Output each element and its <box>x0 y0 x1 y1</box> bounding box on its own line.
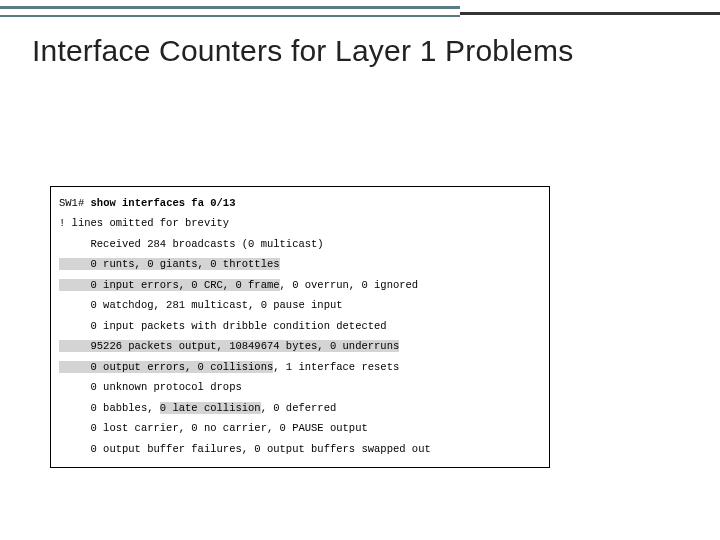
rule-left <box>0 6 460 17</box>
cli-omitted-note: ! lines omitted for brevity <box>59 213 541 233</box>
text-babbles-post: , 0 deferred <box>261 402 337 414</box>
cli-line-input-errors: 0 input errors, 0 CRC, 0 frame, 0 overru… <box>59 275 541 295</box>
highlight-late-collision: 0 late collision <box>160 402 261 414</box>
cli-output-box: SW1# show interfaces fa 0/13! lines omit… <box>50 186 550 468</box>
cli-prompt: SW1# <box>59 197 84 209</box>
decorative-top-rule <box>0 6 720 18</box>
cli-line-packets-output: 95226 packets output, 10849674 bytes, 0 … <box>59 336 541 356</box>
rule-right <box>460 6 720 15</box>
cli-line-lost-carrier: 0 lost carrier, 0 no carrier, 0 PAUSE ou… <box>59 418 541 438</box>
text-output-errors-rest: , 1 interface resets <box>273 361 399 373</box>
slide-title: Interface Counters for Layer 1 Problems <box>32 34 688 69</box>
highlight-output-errors: 0 output errors, 0 collisions <box>59 361 273 373</box>
cli-line-unknown: 0 unknown protocol drops <box>59 377 541 397</box>
highlight-runts: 0 runts, 0 giants, 0 throttles <box>59 258 280 270</box>
highlight-input-errors: 0 input errors, 0 CRC, 0 frame <box>59 279 280 291</box>
highlight-packets-output: 95226 packets output, 10849674 bytes, 0 … <box>59 340 399 352</box>
cli-command: show interfaces fa 0/13 <box>91 197 236 209</box>
cli-line-babbles: 0 babbles, 0 late collision, 0 deferred <box>59 398 541 418</box>
cli-line-runts: 0 runts, 0 giants, 0 throttles <box>59 254 541 274</box>
cli-line-received: Received 284 broadcasts (0 multicast) <box>59 234 541 254</box>
cli-line-watchdog: 0 watchdog, 281 multicast, 0 pause input <box>59 295 541 315</box>
text-babbles-pre: 0 babbles, <box>59 402 160 414</box>
cli-line-dribble: 0 input packets with dribble condition d… <box>59 316 541 336</box>
cli-command-line: SW1# show interfaces fa 0/13 <box>59 193 541 213</box>
text-input-errors-rest: , 0 overrun, 0 ignored <box>280 279 419 291</box>
slide: Interface Counters for Layer 1 Problems … <box>0 0 720 540</box>
cli-line-output-errors: 0 output errors, 0 collisions, 1 interfa… <box>59 357 541 377</box>
cli-line-buffer: 0 output buffer failures, 0 output buffe… <box>59 439 541 459</box>
